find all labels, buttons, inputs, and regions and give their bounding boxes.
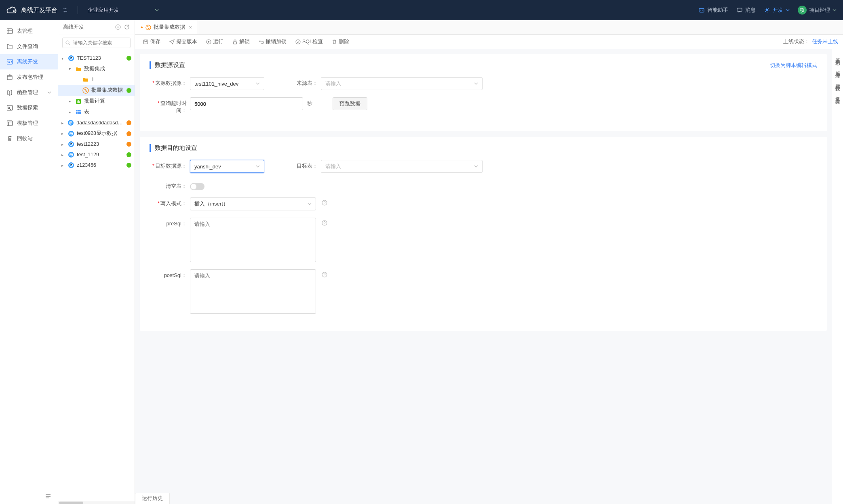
script-mode-link[interactable]: 切换为脚本编辑模式 (770, 62, 817, 69)
caret-down-icon[interactable]: ▾ (61, 56, 65, 61)
tree-node[interactable]: ▸批量计算 (58, 96, 135, 107)
tree-node[interactable]: ▾数据集成 (58, 63, 135, 74)
nav-item-table[interactable]: 表管理 (0, 23, 58, 39)
project-selector[interactable]: 企业应用开发 (88, 6, 159, 14)
question-circle-icon (322, 220, 327, 226)
target-panel: 数据目的地设置 *目标数据源： yanshi_dev (140, 137, 827, 331)
source-datasource-select[interactable]: test1101_hive_dev (190, 77, 264, 90)
write-mode-select[interactable]: 插入（insert） (190, 197, 316, 210)
right-tab[interactable]: 基本信息 (834, 54, 841, 57)
status-value-link[interactable]: 任务未上线 (812, 38, 838, 45)
caret-right-icon[interactable]: ▸ (69, 99, 73, 103)
unlock-button[interactable]: 解锁 (229, 37, 253, 46)
caret-right-icon[interactable]: ▸ (69, 110, 73, 114)
svg-rect-4 (737, 8, 742, 11)
target-table-select[interactable]: 请输入 (321, 160, 483, 173)
tree-node[interactable]: ▾TEST1123 (58, 53, 135, 63)
source-panel-title: 数据源设置 (150, 61, 185, 69)
caret-right-icon[interactable]: ▸ (61, 163, 65, 168)
caret-down-icon[interactable]: ▾ (69, 67, 73, 71)
tree-node[interactable]: ▸dadasdasddadasdasdc (58, 118, 135, 128)
svg-point-31 (322, 220, 327, 225)
sql-check-button[interactable]: SQL检查 (292, 37, 326, 46)
collapse-icon (45, 494, 51, 499)
undo-lock-icon (259, 39, 264, 44)
explore-icon (6, 105, 13, 111)
tree-node[interactable]: ▸test0928显示数据 (58, 128, 135, 139)
tab-close-button[interactable]: × (189, 25, 192, 30)
delete-button[interactable]: 删除 (329, 37, 352, 46)
right-tab[interactable]: 任务血缘 (834, 93, 841, 96)
svg-point-29 (296, 40, 300, 44)
check-circle-icon (295, 39, 301, 44)
nav-item-folder[interactable]: 文件查询 (0, 39, 58, 54)
nav-item-function[interactable]: 函数管理 (0, 85, 58, 100)
svg-point-0 (13, 10, 15, 12)
caret-right-icon[interactable]: ▸ (61, 142, 65, 147)
chevron-down-icon (474, 164, 478, 168)
tree-node[interactable]: ▸test_1129 (58, 149, 135, 160)
messages-link[interactable]: 消息 (736, 6, 756, 14)
nav-item-template[interactable]: 模板管理 (0, 116, 58, 131)
revoke-lock-button[interactable]: 撤销加锁 (255, 37, 290, 46)
assistant-icon (698, 7, 705, 13)
help-icon[interactable] (322, 269, 327, 277)
presql-textarea[interactable] (190, 218, 316, 262)
refresh-tree-button[interactable] (124, 24, 130, 30)
svg-rect-25 (144, 40, 148, 44)
run-button[interactable]: 运行 (203, 37, 227, 46)
send-icon (169, 39, 175, 44)
assistant-link[interactable]: 智能助手 (698, 6, 728, 14)
add-node-button[interactable] (115, 24, 121, 30)
collapse-sidebar-button[interactable] (45, 494, 51, 499)
user-menu[interactable]: 项 项目经理 (798, 6, 837, 15)
help-icon[interactable] (322, 218, 327, 226)
tree-node[interactable]: ▸test12223 (58, 139, 135, 149)
tree-search-input[interactable] (62, 38, 131, 48)
platform-logo: 离线开发平台 (6, 6, 57, 15)
tree-node[interactable]: 批量集成数据 (58, 85, 135, 96)
preview-data-button[interactable]: 预览数据 (333, 97, 367, 110)
target-datasource-select[interactable]: yanshi_dev (190, 160, 264, 173)
package-icon (6, 74, 13, 80)
platform-name: 离线开发平台 (21, 6, 57, 14)
cube-blue-icon (68, 162, 74, 168)
tree-horizontal-scrollbar[interactable] (58, 501, 135, 504)
source-table-select[interactable]: 请输入 (321, 77, 483, 90)
chevron-down-icon (308, 202, 312, 206)
svg-point-2 (700, 10, 701, 10)
nav-sidebar: 表管理文件查询离线开发发布包管理函数管理数据探索模板管理回收站 (0, 20, 58, 504)
right-tab[interactable]: 运行参数 (834, 80, 841, 83)
caret-right-icon[interactable]: ▸ (61, 131, 65, 136)
truncate-toggle[interactable] (190, 183, 204, 190)
submit-version-button[interactable]: 提交版本 (166, 37, 200, 46)
nav-item-trash[interactable]: 回收站 (0, 131, 58, 146)
editor-toolbar: 保存 提交版本 运行 解锁 撤销加锁 SQL检查 删除 上线状态： 任务未上线 (135, 35, 843, 49)
cube-blue-icon (68, 151, 74, 158)
run-history-tab[interactable]: 运行历史 (135, 493, 170, 504)
chevron-down-icon (47, 90, 51, 94)
template-icon (6, 120, 13, 126)
nav-item-explore[interactable]: 数据探索 (0, 100, 58, 116)
caret-right-icon[interactable]: ▸ (61, 153, 65, 157)
caret-right-icon[interactable]: ▸ (61, 121, 65, 125)
tab-batch-integration[interactable]: • 批量集成数据 × (135, 20, 198, 34)
tree-node[interactable]: ▸表 (58, 107, 135, 118)
nav-item-code[interactable]: 离线开发 (0, 54, 58, 69)
dev-mode-selector[interactable]: 开发 (764, 6, 790, 14)
right-tab[interactable]: 版本管理 (834, 67, 841, 70)
timeout-input[interactable] (190, 97, 303, 110)
sync-icon (145, 25, 151, 30)
postsql-textarea[interactable] (190, 269, 316, 314)
tab-label: 批量集成数据 (154, 24, 185, 31)
status-dot-icon (126, 131, 131, 136)
cube-blue-icon (68, 130, 74, 137)
help-icon[interactable] (322, 197, 327, 206)
tree-node[interactable]: 1 (58, 74, 135, 85)
tree-node[interactable]: ▸z123456 (58, 160, 135, 170)
svg-point-11 (8, 107, 10, 109)
save-button[interactable]: 保存 (140, 37, 164, 46)
nav-item-package[interactable]: 发布包管理 (0, 69, 58, 85)
save-icon (143, 39, 148, 44)
swap-icon[interactable] (62, 7, 68, 13)
